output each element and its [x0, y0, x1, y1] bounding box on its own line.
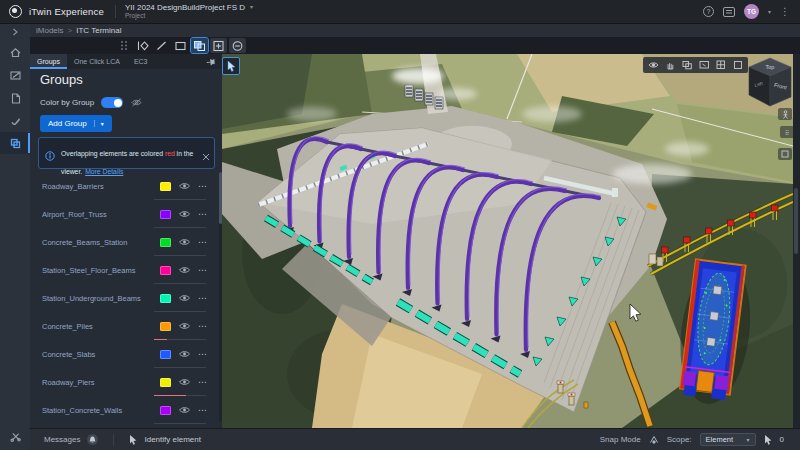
more-menu-icon[interactable]: ⋮ [780, 7, 790, 17]
layers-tool[interactable] [191, 38, 208, 53]
sidebar-item-settings[interactable] [0, 426, 30, 446]
viewer-canvas[interactable] [222, 54, 793, 428]
group-color-swatch[interactable] [160, 294, 171, 303]
group-row[interactable]: Roadway_Piers ⋯ [30, 368, 218, 396]
group-color-swatch[interactable] [160, 378, 171, 387]
group-more-icon[interactable]: ⋯ [198, 405, 208, 415]
group-color-swatch[interactable] [160, 322, 171, 331]
snap-mode-icon[interactable] [649, 435, 659, 444]
hide-element-tool[interactable] [229, 38, 246, 53]
view-layouts-tool[interactable] [715, 59, 727, 71]
group-visibility-icon[interactable] [179, 350, 190, 358]
tab-groups[interactable]: Groups [30, 54, 67, 69]
group-color-swatch[interactable] [160, 210, 171, 219]
group-color-swatch[interactable] [160, 182, 171, 191]
group-color-swatch[interactable] [160, 266, 171, 275]
view-cube-top-label[interactable]: Top [766, 64, 775, 70]
view-cube[interactable]: Top Front Left [746, 56, 793, 114]
project-switcher[interactable]: YII 2024 DesignBuildProject FS D ▾ Proje… [125, 3, 253, 20]
select-tool-button[interactable] [222, 57, 240, 75]
add-element-tool[interactable] [210, 38, 227, 53]
hide-all-icon[interactable] [131, 98, 142, 107]
messages-label[interactable]: Messages [44, 435, 80, 444]
group-row[interactable]: Airport_Roof_Truss ⋯ [30, 200, 218, 228]
group-name: Station_Concrete_Walls [42, 406, 160, 415]
section-tool[interactable] [172, 38, 189, 53]
group-row[interactable]: Roadway_Barriers ⋯ [30, 172, 218, 200]
sidebar-item-validation[interactable] [0, 110, 30, 132]
notifications-bell-icon[interactable] [87, 434, 98, 445]
banner-text-before: Overlapping elements are colored [61, 150, 165, 157]
plus-square-icon [212, 40, 225, 52]
group-more-icon[interactable]: ⋯ [198, 265, 208, 275]
add-group-caret-icon[interactable]: ▾ [94, 120, 104, 127]
avatar[interactable]: TG [744, 4, 759, 19]
group-color-swatch[interactable] [160, 406, 171, 415]
group-row[interactable]: Concrete_Piles ⋯ [30, 312, 218, 340]
color-by-group-toggle[interactable] [101, 97, 123, 108]
group-visibility-icon[interactable] [179, 238, 190, 246]
group-visibility-icon[interactable] [179, 378, 190, 386]
view-tools-toolbar [643, 57, 748, 73]
help-icon[interactable]: ? [703, 6, 714, 17]
group-row[interactable]: Station_Underground_Beams ⋯ [30, 284, 218, 312]
right-panel-handle[interactable] [794, 188, 798, 254]
look-around-tool[interactable] [647, 59, 659, 71]
group-row[interactable]: Concrete_Beams_Station ⋯ [30, 228, 218, 256]
scope-select[interactable]: Element ▾ [700, 433, 756, 446]
group-visibility-icon[interactable] [179, 294, 190, 302]
breadcrumb-imodels[interactable]: iModels [36, 26, 64, 35]
project-caret-icon[interactable]: ▾ [250, 4, 253, 11]
checkmark-icon [9, 115, 22, 128]
add-group-button[interactable]: Add Group ▾ [40, 115, 112, 132]
group-row[interactable]: Concrete_Slabs ⋯ [30, 340, 218, 368]
panel-scrollbar[interactable] [219, 172, 222, 422]
expand-rail-button[interactable] [0, 26, 30, 38]
sidebar-item-documents[interactable] [0, 87, 30, 109]
avatar-caret-icon[interactable]: ▾ [768, 8, 771, 15]
frame-tool[interactable] [732, 59, 744, 71]
group-more-icon[interactable]: ⋯ [198, 321, 208, 331]
drag-handle-icon[interactable] [120, 40, 128, 51]
group-more-icon[interactable]: ⋯ [198, 181, 208, 191]
snap-mode-label[interactable]: Snap Mode [600, 435, 641, 444]
itwin-logo-icon [9, 5, 22, 18]
zoom-window-tool[interactable] [698, 59, 710, 71]
measure-tool[interactable] [153, 38, 170, 53]
group-more-icon[interactable]: ⋯ [198, 209, 208, 219]
viewport-3d[interactable]: Top Front Left ⠿ [222, 54, 793, 428]
group-row[interactable]: Station_Steel_Floor_Beams ⋯ [30, 256, 218, 284]
group-more-icon[interactable]: ⋯ [198, 237, 208, 247]
sidebar-item-home[interactable] [0, 41, 30, 63]
tab-ec3[interactable]: EC3 [127, 54, 155, 69]
group-color-swatch[interactable] [160, 238, 171, 247]
group-color-swatch[interactable] [160, 350, 171, 359]
banner-close-icon[interactable] [202, 147, 210, 165]
group-visibility-icon[interactable] [179, 210, 190, 218]
group-more-icon[interactable]: ⋯ [198, 293, 208, 303]
map-mode-button[interactable] [778, 148, 792, 160]
walk-tool-button[interactable] [778, 108, 792, 120]
group-name: Roadway_Piers [42, 378, 160, 387]
group-visibility-icon[interactable] [179, 182, 190, 190]
pin-panel-button[interactable] [207, 54, 217, 69]
sidebar-item-groups[interactable] [0, 132, 30, 154]
layers-icon [193, 40, 206, 52]
window-area-tool[interactable] [681, 59, 693, 71]
tab-one-click-lca[interactable]: One Click LCA [67, 54, 127, 69]
group-visibility-icon[interactable] [179, 322, 190, 330]
selection-count: 0 [780, 435, 784, 444]
group-more-icon[interactable]: ⋯ [198, 349, 208, 359]
group-row[interactable]: Station_Concrete_Walls ⋯ [30, 396, 218, 424]
group-visibility-icon[interactable] [179, 266, 190, 274]
zoom-controls-button[interactable]: ⠿ [780, 126, 793, 138]
feedback-icon[interactable] [723, 7, 735, 17]
group-name: Station_Steel_Floor_Beams [42, 266, 160, 275]
sidebar-item-markup[interactable] [0, 64, 30, 86]
fit-view-tool[interactable] [134, 38, 151, 53]
group-more-icon[interactable]: ⋯ [198, 377, 208, 387]
pan-tool[interactable] [664, 59, 676, 71]
right-panel-collapsed[interactable] [793, 54, 800, 428]
group-visibility-icon[interactable] [179, 406, 190, 414]
groups-widget-icon [9, 137, 22, 150]
